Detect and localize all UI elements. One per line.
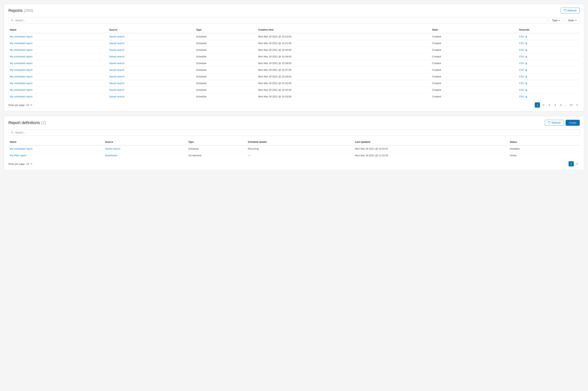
report-csv-link[interactable]: CSV <box>519 55 578 58</box>
reports-page-27-button[interactable]: 27 <box>569 102 574 107</box>
def-name-link[interactable]: My scheduled report <box>10 147 32 150</box>
reports-next-page-button[interactable] <box>575 102 580 107</box>
definitions-table-row: My PNG report Dashboard On demand — Mon … <box>8 152 580 159</box>
reports-page-4-button[interactable]: 4 <box>552 102 558 107</box>
def-source-link[interactable]: Dashboard <box>105 154 117 157</box>
report-source-cell: Saved search <box>108 93 195 100</box>
report-type-cell: Schedule <box>195 93 257 100</box>
csv-download-icon <box>525 95 527 98</box>
definitions-pagination: Rows per page: 10 1 <box>8 161 580 166</box>
def-source-link[interactable]: Saved search <box>105 147 120 150</box>
reports-page-5-button[interactable]: 5 <box>558 102 564 107</box>
state-filter-button[interactable]: State <box>565 17 580 23</box>
def-lastupdated-cell: Mon Mar 29 2021 @ 15:42:57 <box>354 145 508 152</box>
def-name-cell: My scheduled report <box>8 145 104 152</box>
definitions-refresh-icon <box>548 121 550 124</box>
reports-table-row: My scheduled report Saved search Schedul… <box>8 47 580 53</box>
type-filter-button[interactable]: Type <box>549 17 563 23</box>
def-name-link[interactable]: My PNG report <box>10 154 26 157</box>
report-name-link[interactable]: My scheduled report <box>10 55 32 58</box>
definitions-rows-per-page[interactable]: Rows per page: 10 <box>8 163 32 165</box>
definitions-prev-page-button[interactable] <box>563 161 568 166</box>
report-source-link[interactable]: Saved search <box>109 49 125 51</box>
report-state-cell: Created <box>431 53 518 60</box>
report-csv-link[interactable]: CSV <box>519 82 578 85</box>
def-type-cell: On demand <box>187 152 247 159</box>
definitions-page-1-button[interactable]: 1 <box>569 161 574 166</box>
report-source-link[interactable]: Saved search <box>109 55 125 58</box>
reports-rows-per-page[interactable]: Rows per page: 10 <box>8 104 32 106</box>
report-csv-link[interactable]: CSV <box>519 42 578 45</box>
report-name-link[interactable]: My scheduled report <box>10 69 32 71</box>
reports-table-row: My scheduled report Saved search Schedul… <box>8 87 580 93</box>
report-generate-cell: CSV <box>518 67 580 73</box>
report-name-link[interactable]: My scheduled report <box>10 35 32 38</box>
report-csv-link[interactable]: CSV <box>519 49 578 51</box>
definitions-header-row: Name Source Type Schedule details Last U… <box>8 139 580 145</box>
definitions-page-nav: 1 <box>563 161 580 166</box>
report-creation-cell: Mon Mar 29 2021 @ 15:34:00 <box>257 87 430 93</box>
definitions-next-page-button[interactable] <box>575 161 580 166</box>
definitions-header-actions: Refresh Create <box>545 120 580 126</box>
report-name-link[interactable]: My scheduled report <box>10 49 32 51</box>
reports-refresh-button[interactable]: Refresh <box>561 7 580 13</box>
report-name-link[interactable]: My scheduled report <box>10 89 32 91</box>
report-source-link[interactable]: Saved search <box>109 62 125 65</box>
reports-prev-page-button[interactable] <box>529 102 534 107</box>
report-source-link[interactable]: Saved search <box>109 89 125 91</box>
report-name-cell: My scheduled report <box>8 93 108 100</box>
report-type-cell: Schedule <box>195 33 257 40</box>
report-name-link[interactable]: My scheduled report <box>10 95 32 98</box>
reports-table-row: My scheduled report Saved search Schedul… <box>8 73 580 80</box>
reports-page-3-button[interactable]: 3 <box>547 102 552 107</box>
report-name-link[interactable]: My scheduled report <box>10 42 32 45</box>
report-name-cell: My scheduled report <box>8 40 108 47</box>
report-source-link[interactable]: Saved search <box>109 82 125 85</box>
report-csv-link[interactable]: CSV <box>519 95 578 98</box>
rows-per-page-value: 10 <box>26 104 29 106</box>
report-source-link[interactable]: Saved search <box>109 75 125 78</box>
definitions-title-text: Report definitions <box>8 120 40 125</box>
report-source-cell: Saved search <box>108 53 195 60</box>
report-state-cell: Created <box>431 93 518 100</box>
definitions-create-button[interactable]: Create <box>566 120 580 126</box>
reports-table-body: My scheduled report Saved search Schedul… <box>8 33 580 100</box>
reports-search-bar[interactable] <box>8 17 547 23</box>
def-next-page-icon <box>576 163 578 165</box>
report-name-link[interactable]: My scheduled report <box>10 82 32 85</box>
report-csv-link[interactable]: CSV <box>519 62 578 65</box>
report-source-link[interactable]: Saved search <box>109 42 125 45</box>
report-name-link[interactable]: My scheduled report <box>10 62 32 65</box>
col-header-state: State <box>431 26 518 33</box>
report-source-link[interactable]: Saved search <box>109 95 125 98</box>
report-state-cell: Created <box>431 87 518 93</box>
reports-search-input[interactable] <box>15 19 545 22</box>
def-prev-page-icon <box>565 163 566 165</box>
def-name-cell: My PNG report <box>8 152 104 159</box>
definitions-search-input[interactable] <box>15 131 577 134</box>
report-creation-cell: Mon Mar 29 2021 @ 15:36:00 <box>257 73 430 80</box>
report-csv-link[interactable]: CSV <box>519 35 578 38</box>
def-status-cell: Disabled <box>508 145 580 152</box>
report-name-cell: My scheduled report <box>8 33 108 40</box>
report-source-link[interactable]: Saved search <box>109 69 125 71</box>
report-name-link[interactable]: My scheduled report <box>10 75 32 78</box>
report-csv-link[interactable]: CSV <box>519 69 578 71</box>
reports-page-2-button[interactable]: 2 <box>541 102 546 107</box>
definitions-search-bar[interactable] <box>8 129 580 136</box>
def-rows-per-page-label: Rows per page: <box>8 163 25 165</box>
definitions-refresh-button[interactable]: Refresh <box>545 120 564 126</box>
definitions-count: (2) <box>41 120 46 125</box>
report-source-link[interactable]: Saved search <box>109 35 125 38</box>
search-icon <box>11 19 14 22</box>
report-name-cell: My scheduled report <box>8 67 108 73</box>
report-csv-link[interactable]: CSV <box>519 89 578 91</box>
report-csv-link[interactable]: CSV <box>519 75 578 78</box>
reports-table-row: My scheduled report Saved search Schedul… <box>8 93 580 100</box>
report-creation-cell: Mon Mar 29 2021 @ 15:41:00 <box>257 40 430 47</box>
csv-download-icon <box>525 42 527 45</box>
state-chevron-icon <box>575 19 577 21</box>
reports-page-1-button[interactable]: 1 <box>535 102 540 107</box>
definitions-table-row: My scheduled report Saved search Schedul… <box>8 145 580 152</box>
definitions-refresh-label: Refresh <box>552 121 561 124</box>
